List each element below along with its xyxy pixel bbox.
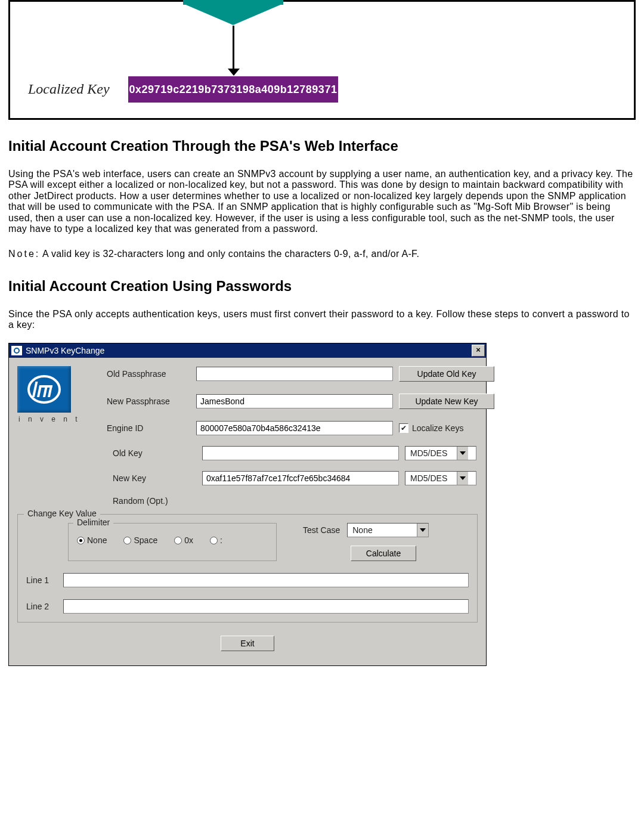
update-old-key-button[interactable]: Update Old Key xyxy=(399,366,494,382)
arrow-line xyxy=(233,26,234,70)
localized-key-value: 0x29719c2219b7373198a409b12789371 xyxy=(128,76,338,103)
old-passphrase-input[interactable] xyxy=(196,367,393,381)
localize-keys-checkbox[interactable]: ✔ xyxy=(399,423,408,433)
hp-invent-text: i n v e n t xyxy=(17,413,101,423)
arrow-down-icon xyxy=(228,69,240,76)
note-text: A valid key is 32-characters long and on… xyxy=(40,249,419,259)
delimiter-radio-space[interactable]: Space xyxy=(123,535,157,552)
note-paragraph: Note: A valid key is 32-characters long … xyxy=(8,249,636,259)
paragraph-passwords: Since the PSA only accepts authenticatio… xyxy=(8,309,636,331)
new-key-algo-value: MD5/DES xyxy=(405,473,457,483)
test-case-value: None xyxy=(348,525,417,535)
titlebar: SNMPv3 KeyChange × xyxy=(9,343,486,358)
exit-button[interactable]: Exit xyxy=(221,636,274,651)
delimiter-group: Delimiter None Space 0x : xyxy=(68,523,277,561)
hp-icon xyxy=(11,346,22,355)
heading-web-interface: Initial Account Creation Through the PSA… xyxy=(8,138,636,154)
new-passphrase-label: New Passphrase xyxy=(107,397,190,406)
chevron-down-icon xyxy=(417,524,428,537)
change-key-value-legend: Change Key Value xyxy=(24,509,100,518)
test-case-select[interactable]: None xyxy=(347,523,429,537)
engine-id-label: Engine ID xyxy=(107,423,190,433)
new-passphrase-input[interactable] xyxy=(196,394,393,408)
algorithm-hex: Algorithm xyxy=(183,0,283,26)
line2-input[interactable] xyxy=(63,599,469,614)
delimiter-radio-0x[interactable]: 0x xyxy=(174,535,193,552)
random-label: Random (Opt.) xyxy=(113,496,196,506)
old-key-algo-value: MD5/DES xyxy=(405,448,457,458)
new-key-label: New Key xyxy=(113,473,196,483)
key-diagram: Algorithm Localized Key 0x29719c2219b737… xyxy=(8,0,636,120)
line2-label: Line 2 xyxy=(26,602,55,611)
close-icon[interactable]: × xyxy=(472,345,485,357)
engine-id-input[interactable] xyxy=(196,421,393,435)
svg-point-0 xyxy=(29,376,60,402)
old-passphrase-label: Old Passphrase xyxy=(107,369,190,379)
window-title: SNMPv3 KeyChange xyxy=(26,346,472,355)
algorithm-label: Algorithm xyxy=(183,0,283,5)
heading-passwords: Initial Account Creation Using Passwords xyxy=(8,278,636,295)
svg-rect-6 xyxy=(45,385,52,388)
localize-keys-label: Localize Keys xyxy=(412,423,463,433)
calculate-button[interactable]: Calculate xyxy=(351,546,416,561)
old-key-input[interactable] xyxy=(202,446,399,460)
change-key-value-group: Change Key Value Delimiter None Space 0x… xyxy=(17,514,478,623)
svg-rect-1 xyxy=(32,382,38,397)
chevron-down-icon xyxy=(457,447,468,460)
note-label: Note: xyxy=(8,249,40,259)
line1-input[interactable] xyxy=(63,573,469,587)
old-key-label: Old Key xyxy=(113,448,196,458)
delimiter-legend: Delimiter xyxy=(73,518,113,527)
localized-key-label: Localized Key xyxy=(28,81,110,97)
old-key-algo-select[interactable]: MD5/DES xyxy=(405,446,476,460)
new-key-algo-select[interactable]: MD5/DES xyxy=(405,471,476,485)
test-case-label: Test Case xyxy=(303,525,340,535)
paragraph-web-interface: Using the PSA's web interface, users can… xyxy=(8,169,636,234)
line1-label: Line 1 xyxy=(26,575,55,585)
update-new-key-button[interactable]: Update New Key xyxy=(399,394,494,409)
chevron-down-icon xyxy=(457,472,468,485)
new-key-input[interactable] xyxy=(202,471,399,485)
hp-logo: i n v e n t xyxy=(17,366,101,423)
keychange-window: SNMPv3 KeyChange × xyxy=(8,343,487,666)
delimiter-radio-colon[interactable]: : xyxy=(210,535,222,552)
delimiter-radio-none[interactable]: None xyxy=(77,535,107,552)
